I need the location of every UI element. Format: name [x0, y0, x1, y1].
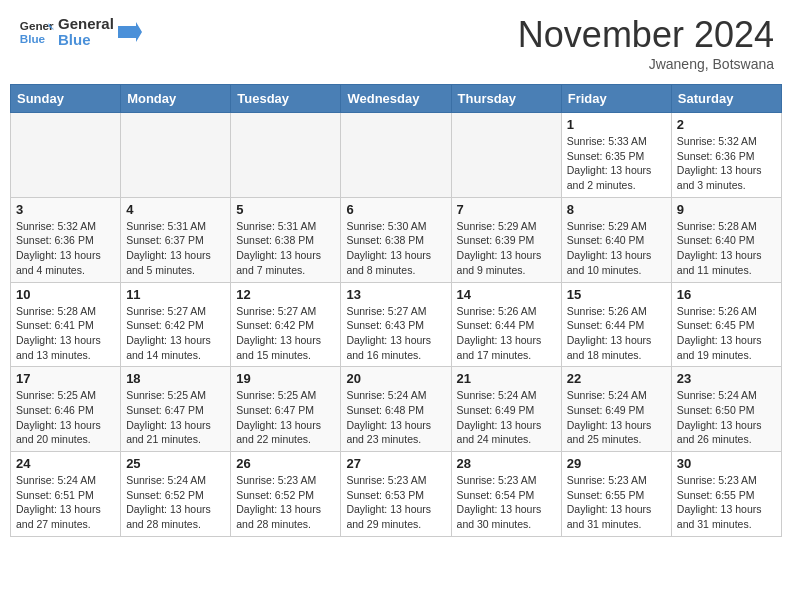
calendar-cell: 21Sunrise: 5:24 AMSunset: 6:49 PMDayligh…	[451, 367, 561, 452]
calendar-cell: 23Sunrise: 5:24 AMSunset: 6:50 PMDayligh…	[671, 367, 781, 452]
day-number: 7	[457, 202, 556, 217]
day-info: Sunrise: 5:24 AMSunset: 6:49 PMDaylight:…	[567, 388, 666, 447]
day-number: 29	[567, 456, 666, 471]
calendar-cell: 11Sunrise: 5:27 AMSunset: 6:42 PMDayligh…	[121, 282, 231, 367]
weekday-header-monday: Monday	[121, 85, 231, 113]
weekday-header-wednesday: Wednesday	[341, 85, 451, 113]
calendar-cell: 4Sunrise: 5:31 AMSunset: 6:37 PMDaylight…	[121, 197, 231, 282]
day-info: Sunrise: 5:27 AMSunset: 6:42 PMDaylight:…	[236, 304, 335, 363]
day-info: Sunrise: 5:24 AMSunset: 6:50 PMDaylight:…	[677, 388, 776, 447]
calendar-cell: 19Sunrise: 5:25 AMSunset: 6:47 PMDayligh…	[231, 367, 341, 452]
weekday-header-saturday: Saturday	[671, 85, 781, 113]
calendar-cell: 26Sunrise: 5:23 AMSunset: 6:52 PMDayligh…	[231, 452, 341, 537]
calendar-cell	[231, 113, 341, 198]
title-block: November 2024 Jwaneng, Botswana	[518, 14, 774, 72]
calendar-cell: 20Sunrise: 5:24 AMSunset: 6:48 PMDayligh…	[341, 367, 451, 452]
weekday-header-row: SundayMondayTuesdayWednesdayThursdayFrid…	[11, 85, 782, 113]
logo-icon: General Blue	[18, 14, 54, 50]
day-number: 19	[236, 371, 335, 386]
day-number: 26	[236, 456, 335, 471]
day-info: Sunrise: 5:23 AMSunset: 6:55 PMDaylight:…	[567, 473, 666, 532]
calendar-cell: 5Sunrise: 5:31 AMSunset: 6:38 PMDaylight…	[231, 197, 341, 282]
day-info: Sunrise: 5:27 AMSunset: 6:43 PMDaylight:…	[346, 304, 445, 363]
day-number: 12	[236, 287, 335, 302]
day-info: Sunrise: 5:25 AMSunset: 6:47 PMDaylight:…	[126, 388, 225, 447]
week-row-2: 3Sunrise: 5:32 AMSunset: 6:36 PMDaylight…	[11, 197, 782, 282]
day-info: Sunrise: 5:32 AMSunset: 6:36 PMDaylight:…	[677, 134, 776, 193]
calendar-cell: 7Sunrise: 5:29 AMSunset: 6:39 PMDaylight…	[451, 197, 561, 282]
day-number: 10	[16, 287, 115, 302]
weekday-header-sunday: Sunday	[11, 85, 121, 113]
weekday-header-thursday: Thursday	[451, 85, 561, 113]
calendar-cell: 8Sunrise: 5:29 AMSunset: 6:40 PMDaylight…	[561, 197, 671, 282]
day-info: Sunrise: 5:25 AMSunset: 6:47 PMDaylight:…	[236, 388, 335, 447]
calendar-cell: 13Sunrise: 5:27 AMSunset: 6:43 PMDayligh…	[341, 282, 451, 367]
day-info: Sunrise: 5:28 AMSunset: 6:41 PMDaylight:…	[16, 304, 115, 363]
day-number: 20	[346, 371, 445, 386]
day-info: Sunrise: 5:29 AMSunset: 6:39 PMDaylight:…	[457, 219, 556, 278]
day-info: Sunrise: 5:25 AMSunset: 6:46 PMDaylight:…	[16, 388, 115, 447]
day-number: 4	[126, 202, 225, 217]
day-info: Sunrise: 5:24 AMSunset: 6:51 PMDaylight:…	[16, 473, 115, 532]
calendar-cell	[121, 113, 231, 198]
day-number: 3	[16, 202, 115, 217]
logo-arrow-icon	[118, 22, 142, 42]
calendar-cell: 12Sunrise: 5:27 AMSunset: 6:42 PMDayligh…	[231, 282, 341, 367]
month-title: November 2024	[518, 14, 774, 56]
calendar-cell: 22Sunrise: 5:24 AMSunset: 6:49 PMDayligh…	[561, 367, 671, 452]
calendar-cell	[11, 113, 121, 198]
calendar-cell: 1Sunrise: 5:33 AMSunset: 6:35 PMDaylight…	[561, 113, 671, 198]
day-number: 2	[677, 117, 776, 132]
day-number: 25	[126, 456, 225, 471]
weekday-header-tuesday: Tuesday	[231, 85, 341, 113]
calendar-cell	[451, 113, 561, 198]
day-number: 17	[16, 371, 115, 386]
day-info: Sunrise: 5:28 AMSunset: 6:40 PMDaylight:…	[677, 219, 776, 278]
day-info: Sunrise: 5:23 AMSunset: 6:53 PMDaylight:…	[346, 473, 445, 532]
weekday-header-friday: Friday	[561, 85, 671, 113]
day-number: 6	[346, 202, 445, 217]
week-row-4: 17Sunrise: 5:25 AMSunset: 6:46 PMDayligh…	[11, 367, 782, 452]
day-number: 15	[567, 287, 666, 302]
day-info: Sunrise: 5:23 AMSunset: 6:55 PMDaylight:…	[677, 473, 776, 532]
day-number: 18	[126, 371, 225, 386]
calendar-cell: 3Sunrise: 5:32 AMSunset: 6:36 PMDaylight…	[11, 197, 121, 282]
day-number: 30	[677, 456, 776, 471]
page-header: General Blue General Blue November 2024 …	[10, 10, 782, 76]
day-number: 22	[567, 371, 666, 386]
calendar-cell: 17Sunrise: 5:25 AMSunset: 6:46 PMDayligh…	[11, 367, 121, 452]
logo-general: General	[58, 15, 114, 32]
day-info: Sunrise: 5:26 AMSunset: 6:45 PMDaylight:…	[677, 304, 776, 363]
day-number: 13	[346, 287, 445, 302]
week-row-3: 10Sunrise: 5:28 AMSunset: 6:41 PMDayligh…	[11, 282, 782, 367]
location: Jwaneng, Botswana	[518, 56, 774, 72]
day-number: 27	[346, 456, 445, 471]
day-number: 5	[236, 202, 335, 217]
calendar-cell: 30Sunrise: 5:23 AMSunset: 6:55 PMDayligh…	[671, 452, 781, 537]
calendar-cell: 10Sunrise: 5:28 AMSunset: 6:41 PMDayligh…	[11, 282, 121, 367]
day-number: 14	[457, 287, 556, 302]
day-number: 11	[126, 287, 225, 302]
day-info: Sunrise: 5:33 AMSunset: 6:35 PMDaylight:…	[567, 134, 666, 193]
day-info: Sunrise: 5:26 AMSunset: 6:44 PMDaylight:…	[457, 304, 556, 363]
calendar-cell: 14Sunrise: 5:26 AMSunset: 6:44 PMDayligh…	[451, 282, 561, 367]
day-info: Sunrise: 5:29 AMSunset: 6:40 PMDaylight:…	[567, 219, 666, 278]
day-info: Sunrise: 5:26 AMSunset: 6:44 PMDaylight:…	[567, 304, 666, 363]
day-info: Sunrise: 5:24 AMSunset: 6:49 PMDaylight:…	[457, 388, 556, 447]
day-number: 28	[457, 456, 556, 471]
calendar-cell: 27Sunrise: 5:23 AMSunset: 6:53 PMDayligh…	[341, 452, 451, 537]
day-info: Sunrise: 5:24 AMSunset: 6:52 PMDaylight:…	[126, 473, 225, 532]
calendar-cell: 25Sunrise: 5:24 AMSunset: 6:52 PMDayligh…	[121, 452, 231, 537]
day-info: Sunrise: 5:23 AMSunset: 6:52 PMDaylight:…	[236, 473, 335, 532]
calendar-cell: 2Sunrise: 5:32 AMSunset: 6:36 PMDaylight…	[671, 113, 781, 198]
day-number: 21	[457, 371, 556, 386]
day-number: 16	[677, 287, 776, 302]
svg-text:Blue: Blue	[20, 32, 46, 45]
day-number: 24	[16, 456, 115, 471]
calendar-cell: 18Sunrise: 5:25 AMSunset: 6:47 PMDayligh…	[121, 367, 231, 452]
logo-blue: Blue	[58, 32, 114, 49]
day-number: 8	[567, 202, 666, 217]
day-info: Sunrise: 5:31 AMSunset: 6:37 PMDaylight:…	[126, 219, 225, 278]
calendar-cell: 15Sunrise: 5:26 AMSunset: 6:44 PMDayligh…	[561, 282, 671, 367]
day-info: Sunrise: 5:24 AMSunset: 6:48 PMDaylight:…	[346, 388, 445, 447]
